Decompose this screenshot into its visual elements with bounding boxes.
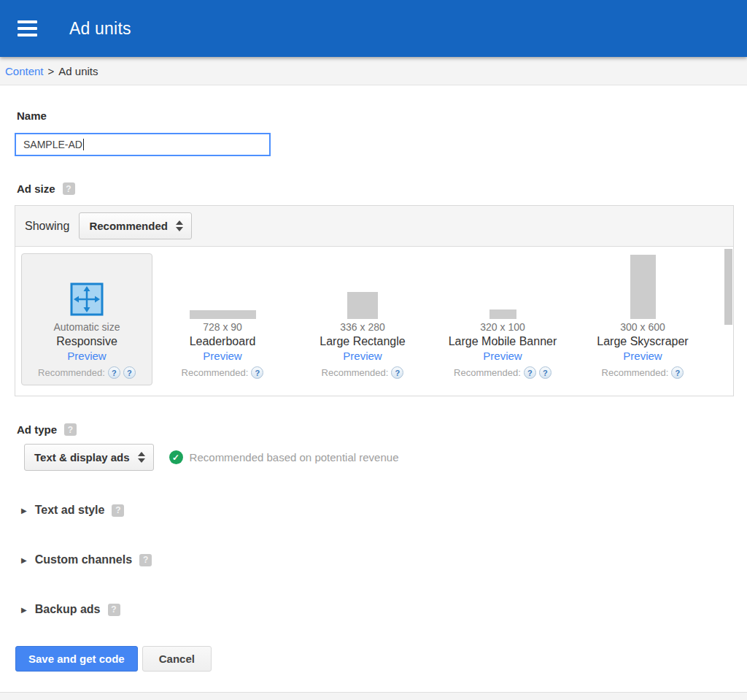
hamburger-menu-icon[interactable] <box>18 20 37 36</box>
card-size-label: 728 x 90 <box>203 320 242 334</box>
skyscraper-shape <box>630 255 656 319</box>
ad-size-label-row: Ad size ? <box>17 182 735 195</box>
ad-size-card-large-skyscraper[interactable]: 300 x 600 Large Skyscraper Preview Recom… <box>573 253 713 385</box>
chevron-right-icon: ▶ <box>21 507 27 515</box>
ad-type-hint: Recommended based on potential revenue <box>190 451 399 464</box>
large-rectangle-shape <box>347 292 378 319</box>
footer-strip <box>0 692 747 700</box>
responsive-resize-icon <box>70 282 104 319</box>
ad-size-card-large-rectangle[interactable]: 336 x 280 Large Rectangle Preview Recomm… <box>293 253 433 385</box>
ad-size-panel: Showing Recommended <box>15 205 734 396</box>
card-size-label: 336 x 280 <box>340 320 385 334</box>
dropdown-spinner-icon <box>138 452 145 463</box>
showing-label: Showing <box>25 220 69 233</box>
recommended-row: Recommended: ? <box>182 366 264 379</box>
page-title: Ad units <box>69 19 131 39</box>
ad-size-card-list: Automatic size Responsive Preview Recomm… <box>15 247 733 396</box>
mobile-banner-shape <box>489 309 516 319</box>
card-name: Responsive <box>56 334 117 349</box>
preview-link[interactable]: Preview <box>67 349 106 364</box>
save-and-get-code-button[interactable]: Save and get code <box>15 646 138 672</box>
ad-type-row: Text & display ads ✓ Recommended based o… <box>15 444 735 471</box>
section-custom-channels[interactable]: ▶ Custom channels ? <box>21 553 735 566</box>
question-badge-icon[interactable]: ? <box>524 366 536 379</box>
leaderboard-shape <box>190 310 256 319</box>
question-badge-icon[interactable]: ? <box>391 366 403 379</box>
check-circle-icon: ✓ <box>169 450 183 464</box>
custom-channels-help-icon[interactable]: ? <box>139 554 152 566</box>
card-size-label: 320 x 100 <box>480 320 525 334</box>
section-text-ad-style[interactable]: ▶ Text ad style ? <box>21 504 735 517</box>
question-badge-icon[interactable]: ? <box>108 366 120 379</box>
ad-type-dropdown[interactable]: Text & display ads <box>24 444 154 471</box>
chevron-right-icon: ▶ <box>21 606 27 614</box>
cancel-button[interactable]: Cancel <box>142 646 212 672</box>
form-actions: Save and get code Cancel <box>15 646 735 672</box>
breadcrumb-current: Ad units <box>58 65 98 77</box>
ad-size-panel-header: Showing Recommended <box>15 206 733 247</box>
text-ad-style-help-icon[interactable]: ? <box>112 504 124 517</box>
question-badge-icon[interactable]: ? <box>251 366 263 379</box>
card-name: Large Skyscraper <box>597 334 688 349</box>
breadcrumb-separator: > <box>48 65 55 77</box>
ad-size-card-leaderboard[interactable]: 728 x 90 Leaderboard Preview Recommended… <box>152 253 293 385</box>
question-badge-icon[interactable]: ? <box>671 366 684 379</box>
section-backup-ads[interactable]: ▶ Backup ads ? <box>21 603 735 616</box>
ad-size-card-responsive[interactable]: Automatic size Responsive Preview Recomm… <box>21 253 152 385</box>
ad-size-card-large-mobile-banner[interactable]: 320 x 100 Large Mobile Banner Preview Re… <box>433 253 573 385</box>
ad-units-page: Ad units Content > Ad units Name SAMPLE-… <box>0 0 747 700</box>
question-badge-icon[interactable]: ? <box>539 366 551 379</box>
ad-type-label-row: Ad type ? <box>17 423 735 436</box>
preview-link[interactable]: Preview <box>623 349 662 364</box>
size-filter-value: Recommended <box>89 220 168 232</box>
ad-type-value: Text & display ads <box>34 451 130 464</box>
text-caret <box>83 139 84 150</box>
preview-link[interactable]: Preview <box>483 349 522 364</box>
dropdown-spinner-icon <box>176 220 183 231</box>
card-name: Leaderboard <box>190 334 256 349</box>
breadcrumb-content-link[interactable]: Content <box>5 65 44 77</box>
question-badge-icon[interactable]: ? <box>123 366 136 379</box>
ad-type-help-icon[interactable]: ? <box>64 423 77 436</box>
card-size-label: Automatic size <box>53 320 120 334</box>
name-input[interactable]: SAMPLE-AD <box>15 133 271 156</box>
name-input-value: SAMPLE-AD <box>23 139 82 150</box>
app-header: Ad units <box>0 0 747 57</box>
name-label: Name <box>17 109 735 122</box>
preview-link[interactable]: Preview <box>203 349 241 364</box>
card-name: Large Rectangle <box>320 334 405 349</box>
size-filter-dropdown[interactable]: Recommended <box>79 212 192 239</box>
card-size-label: 300 x 600 <box>620 320 665 334</box>
breadcrumb: Content > Ad units <box>0 57 747 85</box>
recommended-row: Recommended: ? <box>602 366 684 379</box>
ad-size-label: Ad size <box>17 182 55 195</box>
card-name: Large Mobile Banner <box>449 334 557 349</box>
recommended-row: Recommended: ? <box>322 366 404 379</box>
ad-size-help-icon[interactable]: ? <box>63 182 75 195</box>
chevron-right-icon: ▶ <box>21 556 27 564</box>
recommended-row: Recommended: ? ? <box>454 366 551 379</box>
ad-type-label: Ad type <box>17 423 57 436</box>
preview-link[interactable]: Preview <box>343 349 382 364</box>
backup-ads-help-icon[interactable]: ? <box>108 604 120 616</box>
recommended-row: Recommended: ? ? <box>38 366 136 379</box>
main-content: Name SAMPLE-AD Ad size ? Showing Recomme… <box>0 85 747 692</box>
vertical-scrollbar-thumb[interactable] <box>724 249 732 325</box>
